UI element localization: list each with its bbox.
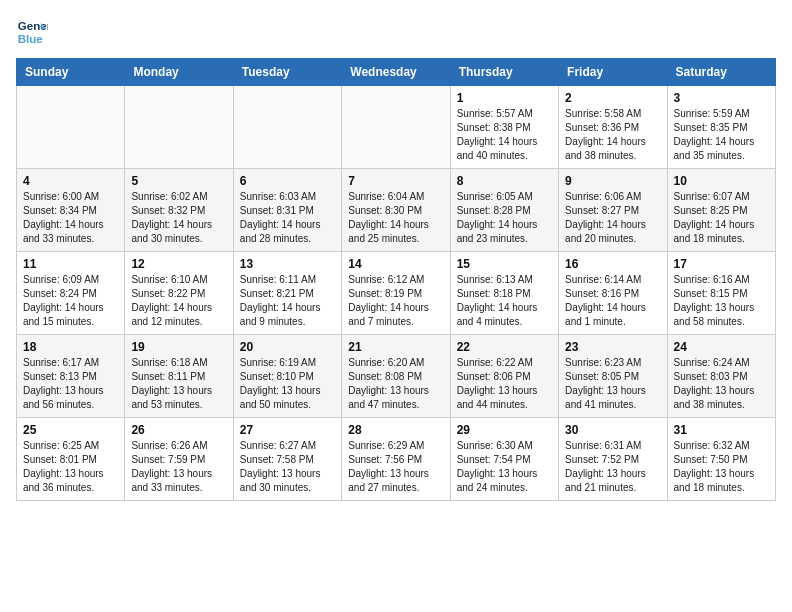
week-row-2: 4Sunrise: 6:00 AM Sunset: 8:34 PM Daylig…: [17, 169, 776, 252]
day-cell: [342, 86, 450, 169]
day-cell: 7Sunrise: 6:04 AM Sunset: 8:30 PM Daylig…: [342, 169, 450, 252]
logo: General Blue: [16, 16, 48, 48]
day-number: 2: [565, 91, 660, 105]
day-cell: [125, 86, 233, 169]
day-info: Sunrise: 6:26 AM Sunset: 7:59 PM Dayligh…: [131, 439, 226, 495]
day-number: 29: [457, 423, 552, 437]
day-cell: 21Sunrise: 6:20 AM Sunset: 8:08 PM Dayli…: [342, 335, 450, 418]
day-info: Sunrise: 6:02 AM Sunset: 8:32 PM Dayligh…: [131, 190, 226, 246]
day-number: 17: [674, 257, 769, 271]
day-cell: 15Sunrise: 6:13 AM Sunset: 8:18 PM Dayli…: [450, 252, 558, 335]
day-cell: [17, 86, 125, 169]
weekday-header-sunday: Sunday: [17, 59, 125, 86]
day-info: Sunrise: 6:00 AM Sunset: 8:34 PM Dayligh…: [23, 190, 118, 246]
day-cell: 25Sunrise: 6:25 AM Sunset: 8:01 PM Dayli…: [17, 418, 125, 501]
day-info: Sunrise: 6:25 AM Sunset: 8:01 PM Dayligh…: [23, 439, 118, 495]
day-number: 12: [131, 257, 226, 271]
day-info: Sunrise: 6:09 AM Sunset: 8:24 PM Dayligh…: [23, 273, 118, 329]
day-number: 3: [674, 91, 769, 105]
day-cell: 17Sunrise: 6:16 AM Sunset: 8:15 PM Dayli…: [667, 252, 775, 335]
weekday-header-friday: Friday: [559, 59, 667, 86]
day-number: 20: [240, 340, 335, 354]
day-info: Sunrise: 6:05 AM Sunset: 8:28 PM Dayligh…: [457, 190, 552, 246]
day-info: Sunrise: 6:03 AM Sunset: 8:31 PM Dayligh…: [240, 190, 335, 246]
day-info: Sunrise: 6:16 AM Sunset: 8:15 PM Dayligh…: [674, 273, 769, 329]
day-number: 9: [565, 174, 660, 188]
day-info: Sunrise: 6:04 AM Sunset: 8:30 PM Dayligh…: [348, 190, 443, 246]
weekday-header-wednesday: Wednesday: [342, 59, 450, 86]
day-number: 23: [565, 340, 660, 354]
day-cell: 31Sunrise: 6:32 AM Sunset: 7:50 PM Dayli…: [667, 418, 775, 501]
day-cell: 12Sunrise: 6:10 AM Sunset: 8:22 PM Dayli…: [125, 252, 233, 335]
day-cell: 5Sunrise: 6:02 AM Sunset: 8:32 PM Daylig…: [125, 169, 233, 252]
day-cell: 14Sunrise: 6:12 AM Sunset: 8:19 PM Dayli…: [342, 252, 450, 335]
day-cell: 10Sunrise: 6:07 AM Sunset: 8:25 PM Dayli…: [667, 169, 775, 252]
day-info: Sunrise: 6:29 AM Sunset: 7:56 PM Dayligh…: [348, 439, 443, 495]
day-cell: 16Sunrise: 6:14 AM Sunset: 8:16 PM Dayli…: [559, 252, 667, 335]
day-info: Sunrise: 6:32 AM Sunset: 7:50 PM Dayligh…: [674, 439, 769, 495]
day-number: 15: [457, 257, 552, 271]
day-cell: 28Sunrise: 6:29 AM Sunset: 7:56 PM Dayli…: [342, 418, 450, 501]
day-info: Sunrise: 5:59 AM Sunset: 8:35 PM Dayligh…: [674, 107, 769, 163]
day-number: 19: [131, 340, 226, 354]
day-info: Sunrise: 6:19 AM Sunset: 8:10 PM Dayligh…: [240, 356, 335, 412]
day-cell: 1Sunrise: 5:57 AM Sunset: 8:38 PM Daylig…: [450, 86, 558, 169]
day-info: Sunrise: 6:18 AM Sunset: 8:11 PM Dayligh…: [131, 356, 226, 412]
day-info: Sunrise: 6:27 AM Sunset: 7:58 PM Dayligh…: [240, 439, 335, 495]
week-row-1: 1Sunrise: 5:57 AM Sunset: 8:38 PM Daylig…: [17, 86, 776, 169]
day-number: 6: [240, 174, 335, 188]
day-number: 4: [23, 174, 118, 188]
day-cell: 11Sunrise: 6:09 AM Sunset: 8:24 PM Dayli…: [17, 252, 125, 335]
logo-icon: General Blue: [16, 16, 48, 48]
day-number: 11: [23, 257, 118, 271]
day-cell: 29Sunrise: 6:30 AM Sunset: 7:54 PM Dayli…: [450, 418, 558, 501]
day-number: 31: [674, 423, 769, 437]
svg-text:Blue: Blue: [18, 33, 44, 45]
day-cell: 22Sunrise: 6:22 AM Sunset: 8:06 PM Dayli…: [450, 335, 558, 418]
day-info: Sunrise: 6:22 AM Sunset: 8:06 PM Dayligh…: [457, 356, 552, 412]
day-number: 28: [348, 423, 443, 437]
day-cell: 6Sunrise: 6:03 AM Sunset: 8:31 PM Daylig…: [233, 169, 341, 252]
day-number: 27: [240, 423, 335, 437]
day-info: Sunrise: 6:24 AM Sunset: 8:03 PM Dayligh…: [674, 356, 769, 412]
week-row-3: 11Sunrise: 6:09 AM Sunset: 8:24 PM Dayli…: [17, 252, 776, 335]
day-cell: 18Sunrise: 6:17 AM Sunset: 8:13 PM Dayli…: [17, 335, 125, 418]
day-number: 25: [23, 423, 118, 437]
day-number: 5: [131, 174, 226, 188]
day-cell: 8Sunrise: 6:05 AM Sunset: 8:28 PM Daylig…: [450, 169, 558, 252]
day-cell: 24Sunrise: 6:24 AM Sunset: 8:03 PM Dayli…: [667, 335, 775, 418]
calendar-table: SundayMondayTuesdayWednesdayThursdayFrid…: [16, 58, 776, 501]
day-cell: 27Sunrise: 6:27 AM Sunset: 7:58 PM Dayli…: [233, 418, 341, 501]
day-number: 18: [23, 340, 118, 354]
day-info: Sunrise: 6:07 AM Sunset: 8:25 PM Dayligh…: [674, 190, 769, 246]
day-info: Sunrise: 6:14 AM Sunset: 8:16 PM Dayligh…: [565, 273, 660, 329]
day-number: 7: [348, 174, 443, 188]
day-number: 16: [565, 257, 660, 271]
week-row-5: 25Sunrise: 6:25 AM Sunset: 8:01 PM Dayli…: [17, 418, 776, 501]
weekday-header-saturday: Saturday: [667, 59, 775, 86]
day-number: 10: [674, 174, 769, 188]
weekday-header-thursday: Thursday: [450, 59, 558, 86]
day-info: Sunrise: 6:13 AM Sunset: 8:18 PM Dayligh…: [457, 273, 552, 329]
week-row-4: 18Sunrise: 6:17 AM Sunset: 8:13 PM Dayli…: [17, 335, 776, 418]
day-info: Sunrise: 6:06 AM Sunset: 8:27 PM Dayligh…: [565, 190, 660, 246]
weekday-header-tuesday: Tuesday: [233, 59, 341, 86]
day-info: Sunrise: 6:12 AM Sunset: 8:19 PM Dayligh…: [348, 273, 443, 329]
day-cell: 19Sunrise: 6:18 AM Sunset: 8:11 PM Dayli…: [125, 335, 233, 418]
day-info: Sunrise: 6:11 AM Sunset: 8:21 PM Dayligh…: [240, 273, 335, 329]
day-cell: 26Sunrise: 6:26 AM Sunset: 7:59 PM Dayli…: [125, 418, 233, 501]
day-cell: 4Sunrise: 6:00 AM Sunset: 8:34 PM Daylig…: [17, 169, 125, 252]
day-number: 26: [131, 423, 226, 437]
day-info: Sunrise: 6:31 AM Sunset: 7:52 PM Dayligh…: [565, 439, 660, 495]
day-info: Sunrise: 5:57 AM Sunset: 8:38 PM Dayligh…: [457, 107, 552, 163]
day-info: Sunrise: 6:20 AM Sunset: 8:08 PM Dayligh…: [348, 356, 443, 412]
weekday-header-monday: Monday: [125, 59, 233, 86]
day-cell: [233, 86, 341, 169]
day-cell: 13Sunrise: 6:11 AM Sunset: 8:21 PM Dayli…: [233, 252, 341, 335]
day-info: Sunrise: 6:30 AM Sunset: 7:54 PM Dayligh…: [457, 439, 552, 495]
day-info: Sunrise: 6:23 AM Sunset: 8:05 PM Dayligh…: [565, 356, 660, 412]
day-info: Sunrise: 5:58 AM Sunset: 8:36 PM Dayligh…: [565, 107, 660, 163]
day-cell: 2Sunrise: 5:58 AM Sunset: 8:36 PM Daylig…: [559, 86, 667, 169]
day-number: 13: [240, 257, 335, 271]
header: General Blue: [16, 16, 776, 48]
